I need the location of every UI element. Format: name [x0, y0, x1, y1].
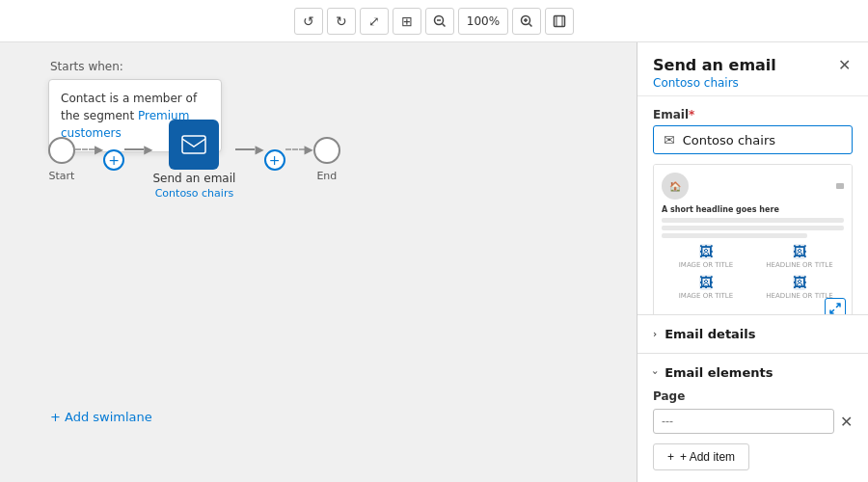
arrow-2: ▶	[144, 143, 152, 156]
email-details-chevron-icon: ›	[653, 329, 657, 339]
zoom-level: 100%	[458, 8, 508, 35]
preview-images-row-1: 🖼 IMAGE OR TITLE 🖼 HEADLINE OR TITLE	[662, 244, 844, 269]
preview-logo-icon: 🏠	[669, 181, 681, 192]
preview-images-row-2: 🖼 IMAGE OR TITLE 🖼 HEADLINE OR TITLE	[662, 275, 844, 300]
email-elements-body: Page ✕ + + Add item	[653, 389, 853, 470]
preview-img-box-4: 🖼	[793, 275, 806, 290]
undo-button[interactable]: ↺	[294, 8, 323, 35]
preview-line-2	[662, 226, 844, 230]
preview-content: 🏠 A short headline goes here	[654, 165, 852, 314]
flow-diagram: Start ▶ + ▶ Send an email	[48, 120, 617, 200]
zoom-in-button[interactable]	[512, 8, 541, 35]
arrow-4: ▶	[305, 143, 313, 156]
panel-title-text: Send an email	[653, 56, 776, 74]
email-node-title: Send an email	[152, 172, 235, 185]
preview-line-1	[662, 218, 844, 223]
starts-when-label: Starts when:	[50, 60, 123, 73]
panel-title-row: Send an email ✕	[653, 56, 853, 74]
plus-node-1[interactable]: +	[103, 149, 124, 171]
preview-img-box-3: 🖼	[699, 275, 713, 290]
zoom-out-button[interactable]	[425, 8, 454, 35]
plus-circle-2[interactable]: +	[264, 149, 285, 171]
toolbar: ↺ ↻ ⤢ ⊞ 100%	[0, 0, 868, 42]
connector-1	[75, 148, 95, 150]
email-select[interactable]: ✉ Contoso chairs	[653, 125, 853, 154]
connector-2	[124, 148, 144, 150]
page-input[interactable]	[653, 409, 834, 434]
email-envelope-icon: ✉	[664, 132, 675, 147]
preview-img-icon-4: 🖼	[793, 275, 806, 290]
start-node: Start	[48, 137, 75, 182]
preview-expand-button[interactable]	[825, 298, 846, 314]
page-clear-button[interactable]: ✕	[840, 413, 853, 431]
preview-img-icon-3: 🖼	[699, 275, 713, 290]
end-circle	[313, 137, 340, 164]
add-swimlane-button[interactable]: + Add swimlane	[50, 410, 152, 424]
right-panel: Send an email ✕ Contoso chairs Email* ✉ …	[637, 42, 868, 482]
page-field-label: Page	[653, 389, 853, 403]
email-node[interactable]: Send an email Contoso chairs	[152, 120, 235, 200]
canvas-area: Starts when: Contact is a member of the …	[0, 42, 637, 482]
preview-img-label-3: IMAGE OR TITLE	[679, 292, 733, 300]
svg-rect-7	[555, 15, 565, 26]
end-node: End	[313, 137, 340, 182]
map-button[interactable]: ⊞	[393, 8, 421, 35]
email-elements-chevron-icon: ›	[650, 370, 661, 374]
svg-rect-10	[182, 136, 205, 153]
email-details-section: › Email details	[637, 314, 868, 353]
close-button[interactable]: ✕	[836, 56, 853, 74]
preview-img-icon-1: 🖼	[699, 244, 713, 259]
preview-img-1-container: 🖼 IMAGE OR TITLE	[662, 244, 750, 269]
fit-button[interactable]	[545, 8, 574, 35]
panel-header: Send an email ✕ Contoso chairs	[637, 42, 868, 96]
add-item-plus-icon: +	[667, 450, 674, 464]
add-item-button[interactable]: + + Add item	[653, 443, 749, 470]
preview-img-box-2: 🖼	[793, 244, 806, 259]
email-value-text: Contoso chairs	[683, 133, 775, 147]
preview-headline: A short headline goes here	[662, 205, 844, 214]
preview-img-label-4: HEADLINE OR TITLE	[766, 292, 832, 300]
svg-line-2	[442, 23, 445, 26]
preview-img-icon-2: 🖼	[793, 244, 806, 259]
plus-node-2[interactable]: +	[264, 149, 285, 171]
arrow-3: ▶	[255, 143, 263, 156]
preview-img-box-1: 🖼	[699, 244, 713, 259]
preview-menu-icon	[836, 183, 844, 189]
page-field-row: ✕	[653, 409, 853, 434]
start-label: Start	[49, 170, 75, 182]
preview-spacer	[662, 300, 844, 314]
panel-body: Email* ✉ Contoso chairs 🏠 A sh	[637, 96, 868, 314]
required-star: *	[689, 108, 694, 121]
panel-subtitle: Contoso chairs	[653, 76, 853, 90]
connector-3	[235, 148, 255, 150]
expand-button[interactable]: ⤢	[360, 8, 389, 35]
connector-4	[285, 148, 305, 150]
email-details-label: Email details	[665, 327, 755, 341]
email-elements-header[interactable]: › Email elements	[653, 365, 853, 380]
email-preview: 🏠 A short headline goes here	[653, 164, 853, 314]
end-label: End	[316, 170, 337, 182]
email-node-box[interactable]	[169, 120, 219, 170]
preview-logo: 🏠	[662, 173, 689, 200]
preview-img-4-container: 🖼 HEADLINE OR TITLE	[755, 275, 844, 300]
redo-button[interactable]: ↻	[327, 8, 356, 35]
email-details-header[interactable]: › Email details	[653, 327, 853, 341]
main-content: Starts when: Contact is a member of the …	[0, 42, 868, 482]
plus-circle-1[interactable]: +	[103, 149, 124, 171]
email-node-subtitle: Contoso chairs	[155, 187, 233, 200]
svg-line-6	[529, 23, 532, 26]
arrow-1: ▶	[95, 143, 103, 156]
preview-header-row: 🏠	[662, 173, 844, 200]
add-swimlane-label: + Add swimlane	[50, 410, 152, 424]
email-elements-section: › Email elements Page ✕ + + Add item	[637, 353, 868, 482]
preview-img-label-2: HEADLINE OR TITLE	[766, 261, 832, 269]
preview-img-label-1: IMAGE OR TITLE	[679, 261, 733, 269]
add-item-label: + Add item	[680, 450, 735, 464]
start-circle	[48, 137, 75, 164]
preview-img-3-container: 🖼 IMAGE OR TITLE	[662, 275, 750, 300]
preview-img-2-container: 🖼 HEADLINE OR TITLE	[755, 244, 844, 269]
preview-line-3	[662, 233, 807, 238]
email-elements-label: Email elements	[665, 365, 773, 380]
email-field-label: Email*	[653, 108, 853, 121]
